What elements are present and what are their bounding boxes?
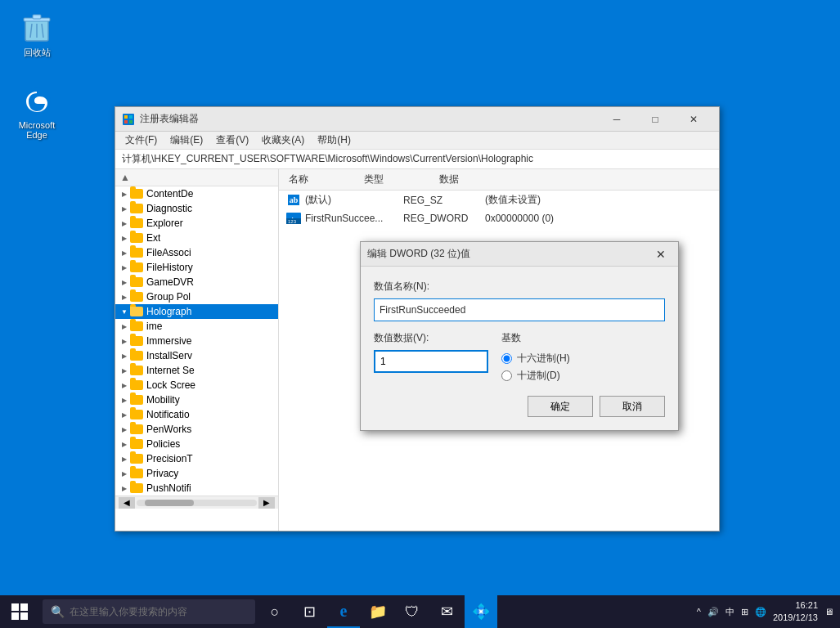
dialog-overlay: 编辑 DWORD (32 位)值 ✕ 数值名称(N): 数值数据(V): 基数 … xyxy=(0,0,840,628)
base-label: 基数 xyxy=(501,331,570,345)
field-name-label: 数值名称(N): xyxy=(374,280,665,294)
value-col: 数值数据(V): xyxy=(374,331,488,373)
edit-dword-dialog: 编辑 DWORD (32 位)值 ✕ 数值名称(N): 数值数据(V): 基数 … xyxy=(360,241,679,431)
radio-hex-label: 十六进制(H) xyxy=(517,352,570,366)
radio-dec[interactable]: 十进制(D) xyxy=(501,369,570,383)
radio-hex[interactable]: 十六进制(H) xyxy=(501,352,570,366)
field-value-input[interactable] xyxy=(374,350,488,373)
radio-dec-input[interactable] xyxy=(501,370,512,381)
dialog-title: 编辑 DWORD (32 位)值 xyxy=(367,247,650,261)
field-value-label: 数值数据(V): xyxy=(374,331,488,345)
radio-hex-input[interactable] xyxy=(501,353,512,364)
dialog-titlebar: 编辑 DWORD (32 位)值 ✕ xyxy=(361,242,678,267)
radio-dec-label: 十进制(D) xyxy=(517,369,560,383)
dialog-body: 数值名称(N): 数值数据(V): 基数 十六进制(H) 十进制(D) xyxy=(361,267,678,430)
cancel-button[interactable]: 取消 xyxy=(600,396,665,417)
dialog-buttons: 确定 取消 xyxy=(374,396,665,417)
dialog-close-button[interactable]: ✕ xyxy=(650,244,672,265)
base-section: 基数 十六进制(H) 十进制(D) xyxy=(501,331,570,383)
ok-button[interactable]: 确定 xyxy=(528,396,593,417)
value-row: 数值数据(V): 基数 十六进制(H) 十进制(D) xyxy=(374,331,665,383)
field-name-input[interactable] xyxy=(374,298,665,321)
